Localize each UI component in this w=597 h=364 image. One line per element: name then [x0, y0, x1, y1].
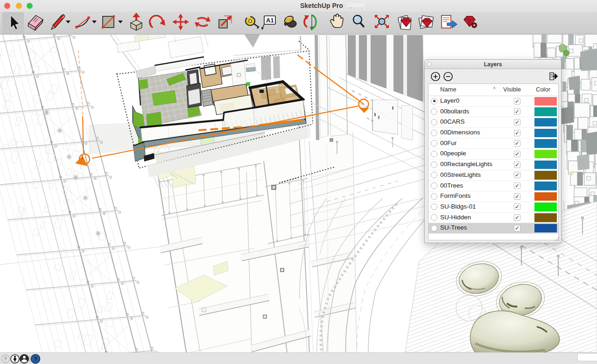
svg-text:1: 1 — [81, 155, 84, 160]
svg-text:A1: A1 — [266, 17, 274, 24]
svg-text:?: ? — [34, 356, 37, 363]
